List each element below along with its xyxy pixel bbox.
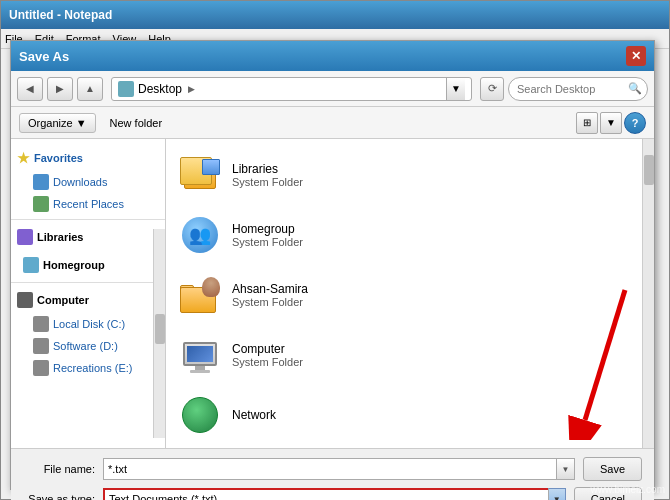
sidebar-item-favorites[interactable]: ★ Favorites bbox=[11, 145, 165, 171]
sidebar-scrollbar[interactable] bbox=[153, 229, 165, 438]
new-folder-button[interactable]: New folder bbox=[104, 114, 169, 132]
filename-input-wrapper: ▼ bbox=[103, 458, 575, 480]
sidebar-item-recent-places[interactable]: Recent Places bbox=[11, 193, 165, 215]
file-item-ahsan-samira[interactable]: Ahsan-Samira System Folder bbox=[172, 265, 648, 325]
network-info: Network bbox=[232, 408, 644, 422]
file-item-homegroup[interactable]: 👥 Homegroup System Folder bbox=[172, 205, 648, 265]
file-item-libraries[interactable]: Libraries System Folder bbox=[172, 145, 648, 205]
dialog-title: Save As bbox=[19, 49, 69, 64]
file-list: Libraries System Folder 👥 Homegroup Syst… bbox=[166, 139, 654, 448]
sidebar-software-label: Software (D:) bbox=[53, 340, 118, 352]
view-button[interactable]: ⊞ bbox=[576, 112, 598, 134]
refresh-button[interactable]: ⟳ bbox=[480, 77, 504, 101]
view-icons-group: ⊞ ▼ ? bbox=[576, 112, 646, 134]
sidebar-separator2 bbox=[11, 282, 165, 283]
sidebar-item-software[interactable]: Software (D:) bbox=[11, 335, 165, 357]
dialog-bottom: File name: ▼ Save Save as type: ▼ Text D… bbox=[11, 449, 654, 500]
libraries-folder-icon bbox=[176, 151, 224, 199]
save-as-dialog: Save As ✕ ◀ ▶ ▲ Desktop ▶ ▼ ⟳ Organize ▼ bbox=[10, 40, 655, 490]
savetype-dropdown-button[interactable]: ▼ bbox=[548, 488, 566, 500]
search-input[interactable] bbox=[508, 77, 648, 101]
filename-dropdown-button[interactable]: ▼ bbox=[557, 458, 575, 480]
sidebar-item-computer[interactable]: Computer bbox=[11, 287, 165, 313]
close-button[interactable]: ✕ bbox=[626, 46, 646, 66]
file-item-network[interactable]: Network bbox=[172, 385, 648, 445]
homegroup-icon bbox=[23, 257, 39, 273]
sidebar-item-libraries[interactable]: Libraries bbox=[11, 224, 165, 250]
sidebar-recent-label: Recent Places bbox=[53, 198, 124, 210]
up-icon: ▲ bbox=[85, 83, 95, 94]
homegroup-large-icon: 👥 bbox=[176, 211, 224, 259]
computer-name: Computer bbox=[232, 342, 644, 356]
up-button[interactable]: ▲ bbox=[77, 77, 103, 101]
ahsan-samira-type: System Folder bbox=[232, 296, 644, 308]
sidebar-item-downloads[interactable]: Downloads bbox=[11, 171, 165, 193]
downloads-icon bbox=[33, 174, 49, 190]
location-dropdown-button[interactable]: ▼ bbox=[446, 78, 465, 100]
organize-dropdown-icon: ▼ bbox=[76, 117, 87, 129]
homegroup-name: Homegroup bbox=[232, 222, 644, 236]
location-text: Desktop bbox=[138, 82, 182, 96]
favorites-star-icon: ★ bbox=[17, 150, 30, 166]
network-large-icon bbox=[176, 391, 224, 439]
sidebar-local-disk-label: Local Disk (C:) bbox=[53, 318, 125, 330]
sidebar-item-local-disk[interactable]: Local Disk (C:) bbox=[11, 313, 165, 335]
savetype-label: Save as type: bbox=[23, 493, 103, 500]
search-wrapper bbox=[508, 77, 648, 101]
sidebar-item-homegroup[interactable]: Homegroup bbox=[17, 252, 165, 278]
filename-input[interactable] bbox=[103, 458, 557, 480]
dialog-content: ★ Favorites Downloads Recent Places Libr… bbox=[11, 139, 654, 449]
homegroup-info: Homegroup System Folder bbox=[232, 222, 644, 248]
organize-button[interactable]: Organize ▼ bbox=[19, 113, 96, 133]
homegroup-type: System Folder bbox=[232, 236, 644, 248]
location-folder-icon bbox=[118, 81, 134, 97]
location-bar[interactable]: Desktop ▶ ▼ bbox=[111, 77, 472, 101]
network-name: Network bbox=[232, 408, 644, 422]
file-list-scrollbar[interactable] bbox=[642, 139, 654, 448]
recent-places-icon bbox=[33, 196, 49, 212]
ahsan-samira-info: Ahsan-Samira System Folder bbox=[232, 282, 644, 308]
view-dropdown-button[interactable]: ▼ bbox=[600, 112, 622, 134]
computer-type: System Folder bbox=[232, 356, 644, 368]
location-arrow: ▶ bbox=[188, 84, 195, 94]
person-folder-large-icon bbox=[176, 271, 224, 319]
libraries-type: System Folder bbox=[232, 176, 644, 188]
ahsan-samira-name: Ahsan-Samira bbox=[232, 282, 644, 296]
sidebar-favorites-label: Favorites bbox=[34, 152, 83, 164]
recreations-disk-icon bbox=[33, 360, 49, 376]
libraries-name: Libraries bbox=[232, 162, 644, 176]
computer-large-icon bbox=[176, 331, 224, 379]
savetype-select-wrapper: ▼ Text Documents (*.txt) All Files (*.*) bbox=[103, 488, 566, 500]
watermark: www.bimeiz.com bbox=[591, 484, 665, 495]
sidebar: ★ Favorites Downloads Recent Places Libr… bbox=[11, 139, 166, 448]
forward-button[interactable]: ▶ bbox=[47, 77, 73, 101]
organize-toolbar: Organize ▼ New folder ⊞ ▼ ? bbox=[11, 107, 654, 139]
dialog-titlebar: Save As ✕ bbox=[11, 41, 654, 71]
refresh-icon: ⟳ bbox=[488, 82, 497, 95]
organize-label: Organize bbox=[28, 117, 73, 129]
sidebar-downloads-label: Downloads bbox=[53, 176, 107, 188]
back-button[interactable]: ◀ bbox=[17, 77, 43, 101]
sidebar-recreations-label: Recreations (E:) bbox=[53, 362, 132, 374]
software-disk-icon bbox=[33, 338, 49, 354]
save-button[interactable]: Save bbox=[583, 457, 642, 481]
homegroup-people-icon: 👥 bbox=[189, 224, 211, 246]
notepad-titlebar: Untitled - Notepad bbox=[1, 1, 669, 29]
libraries-icon bbox=[17, 229, 33, 245]
back-icon: ◀ bbox=[26, 83, 34, 94]
filename-label: File name: bbox=[23, 463, 103, 475]
libraries-info: Libraries System Folder bbox=[232, 162, 644, 188]
sidebar-separator bbox=[11, 219, 165, 220]
sidebar-computer-label: Computer bbox=[37, 294, 89, 306]
sidebar-homegroup-label: Homegroup bbox=[43, 259, 105, 271]
computer-icon bbox=[17, 292, 33, 308]
computer-info: Computer System Folder bbox=[232, 342, 644, 368]
help-button[interactable]: ? bbox=[624, 112, 646, 134]
sidebar-item-recreations[interactable]: Recreations (E:) bbox=[11, 357, 165, 379]
file-item-computer[interactable]: Computer System Folder bbox=[172, 325, 648, 385]
filename-row: File name: ▼ Save bbox=[23, 457, 642, 481]
savetype-input[interactable] bbox=[103, 488, 566, 500]
sidebar-libraries-label: Libraries bbox=[37, 231, 83, 243]
sidebar-scrollthumb bbox=[155, 314, 165, 344]
savetype-wrapper: ▼ Text Documents (*.txt) All Files (*.*) bbox=[103, 488, 566, 500]
